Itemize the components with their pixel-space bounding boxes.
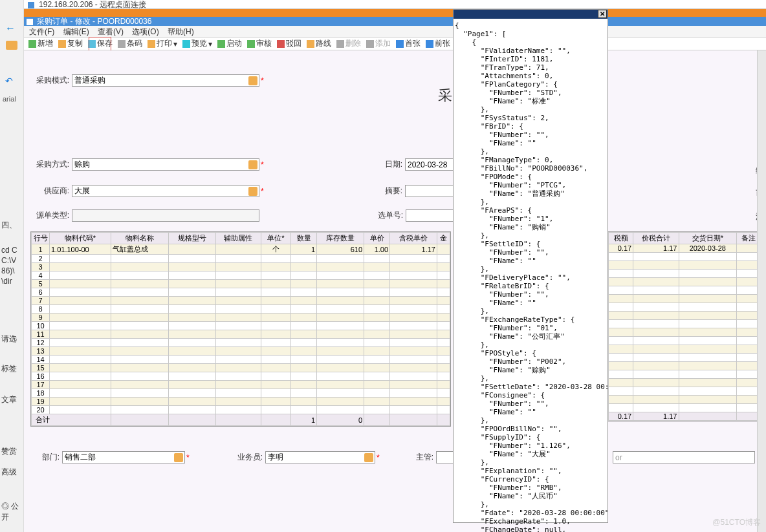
table-row[interactable] [609,261,760,270]
vertical-scrollbar[interactable] [757,50,766,532]
plus-icon [28,40,36,48]
table-row[interactable]: 6 [32,288,450,297]
data-grid-right[interactable]: 税额价税合计 交货日期*备注 0.171.172020-03-28 0.171.… [608,231,761,421]
table-row[interactable]: 11 [32,330,450,339]
data-grid[interactable]: 行号 物料代码*物料名称规格型号 辅助属性单位*数量 库存数量单价含税单价金 1… [30,231,451,427]
table-row[interactable] [609,362,760,370]
table-row[interactable] [609,295,760,303]
summary-input[interactable] [405,185,457,197]
menu-file[interactable]: 文件(F) [29,27,54,36]
font-label: arial [3,95,16,103]
delete-button[interactable]: 删除 [334,38,363,50]
table-row[interactable] [609,354,760,362]
route-button[interactable]: 路线 [305,38,333,50]
print-icon [148,40,155,48]
table-row[interactable] [609,320,760,328]
table-row[interactable]: 5 [32,280,450,288]
menu-option[interactable]: 选项(O) [132,27,159,36]
table-row[interactable] [609,404,760,412]
table-row[interactable]: 4 [32,271,450,280]
emp-label: 业务员: [230,452,263,463]
table-row[interactable] [609,387,760,396]
table-row[interactable]: 7 [32,297,450,305]
table-row[interactable] [609,278,760,286]
lookup-icon[interactable] [364,453,373,462]
folder-icon[interactable] [6,41,17,50]
purchase-type-label: 采购方式: [30,159,69,170]
table-row[interactable]: 10 [32,322,450,330]
dept-input[interactable]: 销售二部 [62,451,185,463]
source-input[interactable] [72,209,259,222]
rdp-icon [28,2,34,8]
undo-icon[interactable]: ↶ [5,76,13,86]
menu-edit[interactable]: 编辑(E) [63,27,89,36]
table-row[interactable]: 8 [32,305,450,314]
preview-icon [182,40,190,48]
lookup-icon[interactable] [248,187,257,196]
menu-view[interactable]: 查看(V) [98,27,124,36]
table-row[interactable] [609,270,760,278]
table-row[interactable]: 9 [32,314,450,322]
table-row[interactable]: 15 [32,364,450,372]
table-row[interactable] [609,345,760,354]
table-row[interactable] [609,396,760,404]
new-button[interactable]: 新增 [27,38,55,50]
copy-icon [58,40,66,48]
table-row[interactable]: 11.01.100-00气缸盖总成个16101.001.17 [32,244,450,255]
toolbar: 新增 复制 保存 条码 打印▾ 预览▾ 启动 审核 驳回 路线 删除 添加 首张… [24,37,766,50]
table-row[interactable]: 20 [32,406,450,414]
table-row[interactable] [609,337,760,345]
table-row[interactable]: 3 [32,263,450,271]
lookup-icon[interactable] [248,160,257,169]
close-icon[interactable]: ✕ [598,10,607,18]
print-button[interactable]: 打印▾ [146,38,179,50]
start-icon [217,40,225,48]
table-row[interactable]: 18 [32,389,450,398]
table-row[interactable]: 12 [32,339,450,347]
menu-help[interactable]: 帮助(H) [168,27,194,36]
prev-button[interactable]: 前张 [424,38,452,50]
audit-button[interactable]: 审核 [245,38,274,50]
menu-bar: 文件(F) 编辑(E) 查看(V) 选项(O) 帮助(H) [24,26,766,37]
json-panel-titlebar[interactable] [454,10,607,19]
preview-button[interactable]: 预览▾ [181,38,214,50]
table-row[interactable] [609,253,760,261]
table-row[interactable] [609,379,760,387]
save-button[interactable]: 保存 [86,38,115,50]
table-row[interactable] [609,312,760,320]
select-input[interactable] [406,209,457,222]
table-row[interactable] [609,328,760,337]
table-row[interactable]: 14 [32,356,450,364]
first-button[interactable]: 首张 [394,38,422,50]
start-button[interactable]: 启动 [215,38,244,50]
table-row[interactable] [609,370,760,379]
lookup-icon[interactable] [174,453,183,462]
copy-button[interactable]: 复制 [56,38,85,50]
table-row[interactable]: 2 [32,255,450,263]
suggest-input[interactable]: or [613,451,755,463]
json-content[interactable]: { "Page1": [ { "FValidaterName": "", "FI… [454,19,607,532]
supplier-input[interactable]: 大展 [72,185,259,197]
table-row[interactable] [609,303,760,312]
prev-icon [426,40,433,48]
add-button[interactable]: 添加 [364,38,393,50]
table-row[interactable] [609,286,760,295]
date-input[interactable]: 2020-03-28 [405,158,457,171]
table-row[interactable]: 17 [32,381,450,389]
delete-icon [336,40,344,48]
table-row[interactable]: 13 [32,347,450,356]
purchase-type-input[interactable]: 赊购 [72,158,259,171]
back-arrow-icon[interactable]: ← [5,23,16,34]
grid-header-row: 行号 物料代码*物料名称规格型号 辅助属性单位*数量 库存数量单价含税单价金 [32,233,450,244]
save-icon [88,40,96,48]
purchase-mode-input[interactable]: 普通采购 [72,74,259,87]
table-row[interactable]: 19 [32,398,450,406]
rdp-title-text: 192.168.20.206 - 远程桌面连接 [39,0,146,9]
reject-button[interactable]: 驳回 [275,38,303,50]
table-row[interactable]: 0.171.172020-03-28 [609,244,760,253]
lookup-icon[interactable] [248,76,257,85]
side-text: 请选 [0,334,24,345]
emp-input[interactable]: 李明 [265,451,375,463]
table-row[interactable]: 16 [32,372,450,381]
barcode-button[interactable]: 条码 [116,38,144,50]
